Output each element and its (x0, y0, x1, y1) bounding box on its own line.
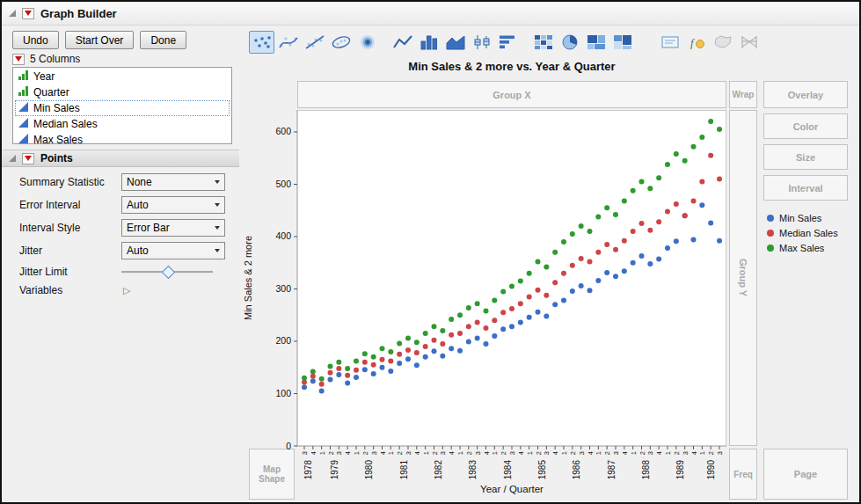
svg-text:200: 200 (275, 335, 291, 346)
svg-text:4: 4 (690, 451, 698, 455)
treemap-element-icon[interactable] (583, 31, 609, 54)
bar-element-icon[interactable] (416, 31, 441, 54)
svg-text:1: 1 (387, 451, 395, 455)
svg-text:1: 1 (664, 451, 672, 455)
drop-zone-wrap[interactable]: Wrap (729, 81, 757, 108)
svg-text:4: 4 (413, 451, 421, 455)
svg-text:3: 3 (439, 451, 447, 455)
drop-zone-interval[interactable]: Interval (763, 175, 848, 201)
slider-thumb-icon[interactable] (162, 266, 176, 280)
svg-text:1985: 1985 (537, 460, 547, 480)
line-element-icon[interactable] (390, 31, 415, 54)
svg-text:1: 1 (422, 451, 430, 455)
drop-zone-overlay[interactable]: Overlay (763, 81, 848, 108)
map-shape-element-icon[interactable] (710, 31, 735, 54)
chart-title: Min Sales & 2 more vs. Year & Quarter (297, 60, 726, 73)
ellipse-element-icon[interactable] (328, 31, 354, 54)
interval-style-value: Error Bar (127, 222, 170, 234)
caption-box-element-icon[interactable] (657, 31, 682, 54)
columns-panel-header: 5 Columns (12, 53, 80, 65)
svg-text:1980: 1980 (364, 460, 374, 480)
summary-statistic-dropdown[interactable]: None (121, 173, 225, 191)
graph-builder-window: Graph Builder Undo Start Over Done 5 Col… (0, 0, 861, 504)
drop-zone-group-x[interactable]: Group X (297, 81, 726, 108)
svg-text:f: f (690, 36, 696, 49)
jitter-limit-slider[interactable] (121, 263, 213, 281)
legend-label: Median Sales (779, 228, 838, 238)
legend-item[interactable]: Median Sales (767, 225, 838, 240)
interval-style-label: Interval Style (19, 222, 121, 234)
columns-red-triangle-menu-icon[interactable] (12, 54, 25, 65)
svg-text:4: 4 (551, 451, 559, 455)
jitter-value: Auto (127, 245, 149, 257)
chevron-down-icon (215, 226, 220, 230)
drop-zone-group-y[interactable]: Group Y (729, 110, 757, 446)
done-button[interactable]: Done (140, 31, 186, 49)
svg-text:4: 4 (655, 451, 663, 455)
parallel-plot-element-icon[interactable] (736, 31, 762, 54)
heatmap-element-icon[interactable] (530, 31, 556, 54)
variables-label: Variables (19, 284, 121, 296)
ordinal-column-icon (18, 86, 28, 99)
legend-item[interactable]: Max Sales (767, 240, 838, 255)
column-name: Max Sales (33, 134, 83, 146)
smoother-element-icon[interactable] (275, 31, 301, 54)
svg-text:1: 1 (560, 451, 568, 455)
red-triangle-menu-icon[interactable] (22, 8, 34, 19)
summary-statistic-value: None (127, 176, 152, 188)
svg-text:2: 2 (535, 451, 543, 455)
start-over-button[interactable]: Start Over (65, 31, 135, 49)
drop-zone-freq[interactable]: Freq (729, 449, 757, 500)
svg-text:2: 2 (569, 451, 577, 455)
column-item-min-sales[interactable]: Min Sales (15, 100, 230, 116)
svg-text:1: 1 (595, 451, 602, 455)
mosaic-element-icon[interactable] (609, 31, 635, 54)
chevron-down-icon (215, 249, 220, 252)
formula-element-icon[interactable]: f (683, 31, 709, 54)
svg-text:3: 3 (370, 451, 378, 455)
svg-text:2: 2 (327, 451, 335, 455)
page-title: Graph Builder (40, 7, 117, 20)
drop-zone-color[interactable]: Color (763, 113, 848, 139)
x-axis-title: Year / Quarter (297, 484, 726, 494)
svg-text:2: 2 (361, 451, 369, 455)
svg-text:100: 100 (275, 388, 291, 398)
histogram-element-icon[interactable] (495, 31, 521, 54)
interval-style-dropdown[interactable]: Error Bar (121, 219, 225, 237)
svg-text:2: 2 (396, 451, 404, 455)
points-element-icon[interactable] (249, 31, 274, 54)
svg-text:1: 1 (491, 451, 499, 455)
column-item-quarter[interactable]: Quarter (15, 84, 230, 100)
error-interval-dropdown[interactable]: Auto (121, 196, 225, 214)
points-red-triangle-menu-icon[interactable] (22, 153, 34, 164)
chart-svg[interactable]: 0100200300400500600341234123412341234123… (262, 110, 726, 486)
pie-element-icon[interactable] (557, 31, 582, 54)
drop-zone-page[interactable]: Page (763, 449, 848, 500)
svg-text:3: 3 (578, 451, 586, 455)
disclosure-closed-icon[interactable]: ▷ (123, 285, 130, 296)
jitter-dropdown[interactable]: Auto (121, 242, 225, 259)
svg-text:500: 500 (275, 179, 291, 189)
area-element-icon[interactable] (442, 31, 468, 54)
svg-text:4: 4 (621, 451, 629, 455)
undo-button[interactable]: Undo (12, 31, 59, 49)
svg-text:3: 3 (646, 451, 654, 455)
svg-text:1979: 1979 (330, 460, 339, 480)
column-item-year[interactable]: Year (15, 69, 230, 84)
drop-zone-size[interactable]: Size (763, 144, 848, 170)
jitter-label: Jitter (19, 245, 121, 257)
contour-element-icon[interactable] (354, 31, 380, 54)
column-item-max-sales[interactable]: Max Sales (15, 132, 230, 148)
points-disclosure-open-icon[interactable] (9, 155, 16, 162)
legend-label: Max Sales (779, 243, 824, 253)
legend-item[interactable]: Min Sales (767, 210, 838, 225)
column-item-median-sales[interactable]: Median Sales (15, 116, 230, 132)
column-name: Median Sales (33, 118, 98, 130)
points-panel-header: Points (2, 150, 239, 167)
box-plot-element-icon[interactable] (469, 31, 494, 54)
line-of-fit-element-icon[interactable] (302, 31, 327, 54)
svg-text:3: 3 (543, 451, 551, 455)
disclosure-open-icon[interactable] (9, 10, 16, 17)
legend-marker-icon (767, 230, 774, 237)
svg-text:2: 2 (638, 451, 646, 455)
